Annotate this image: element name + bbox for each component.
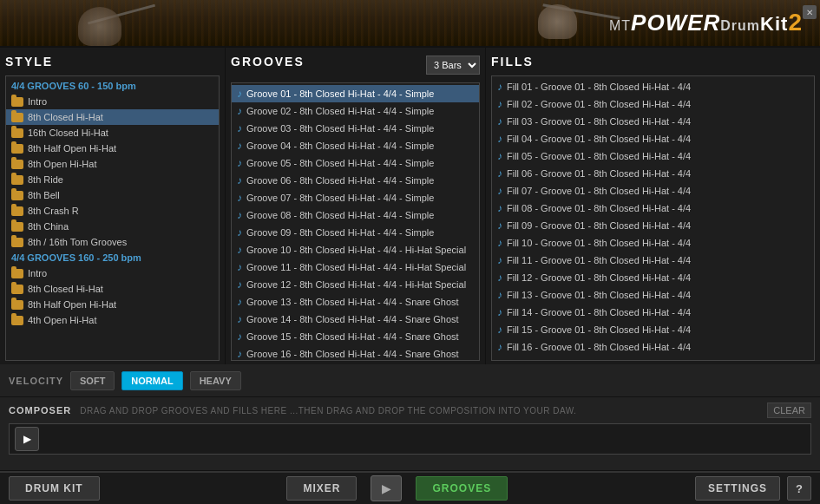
grooves-button[interactable]: GROOVES (416, 476, 508, 501)
fill-label: Fill 14 - Groove 01 - 8th Closed Hi-Hat … (507, 307, 691, 317)
style-group-2: 4/4 GROOVES 160 - 250 bpm (6, 250, 219, 265)
fill-label: Fill 06 - Groove 01 - 8th Closed Hi-Hat … (507, 168, 691, 179)
groove-item-15[interactable]: ♪ Groove 15 - 8th Closed Hi-Hat - 4/4 - … (232, 328, 479, 345)
folder-icon (11, 160, 23, 169)
bottom-left: DRUM KIT (9, 476, 100, 501)
note-icon: ♪ (237, 174, 242, 187)
style-title: STYLE (5, 55, 220, 69)
style-item-8th-china[interactable]: 8th China (6, 219, 219, 234)
groove-item-2[interactable]: ♪ Groove 02 - 8th Closed Hi-Hat - 4/4 - … (232, 102, 479, 120)
style-item-8th-open[interactable]: 8th Open Hi-Hat (6, 156, 219, 172)
fill-item-10[interactable]: ♪ Fill 10 - Groove 01 - 8th Closed Hi-Ha… (492, 234, 814, 252)
fill-item-1[interactable]: ♪ Fill 01 - Groove 01 - 8th Closed Hi-Ha… (492, 78, 814, 95)
style-item-label: 8th Bell (28, 190, 60, 200)
fill-item-8[interactable]: ♪ Fill 08 - Groove 01 - 8th Closed Hi-Ha… (492, 200, 814, 217)
groove-label: Groove 15 - 8th Closed Hi-Hat - 4/4 - Sn… (246, 331, 459, 342)
fill-item-13[interactable]: ♪ Fill 13 - Groove 01 - 8th Closed Hi-Ha… (492, 286, 814, 304)
groove-item-5[interactable]: ♪ Groove 05 - 8th Closed Hi-Hat - 4/4 - … (232, 154, 479, 172)
groove-label: Groove 07 - 8th Closed Hi-Hat - 4/4 - Si… (246, 193, 434, 203)
style-item-4th-open[interactable]: 4th Open Hi-Hat (6, 312, 219, 328)
logo-power: POWER (631, 10, 720, 36)
clear-button[interactable]: CLEAR (767, 403, 811, 418)
velocity-bar: VELOCITY SOFT NORMAL HEAVY (0, 364, 820, 397)
folder-icon (11, 144, 23, 154)
style-item-tom-grooves[interactable]: 8th / 16th Tom Grooves (6, 234, 219, 250)
style-item-label: 8th Half Open Hi-Hat (28, 143, 116, 154)
groove-item-11[interactable]: ♪ Groove 11 - 8th Closed Hi-Hat - 4/4 - … (232, 259, 479, 276)
main-play-button[interactable]: ▶ (371, 475, 402, 501)
style-item-8th-crash[interactable]: 8th Crash R (6, 203, 219, 219)
note-icon: ♪ (497, 289, 502, 301)
top-banner: MTPOWERDrumKit2 ✕ (0, 0, 820, 48)
groove-item-12[interactable]: ♪ Groove 12 - 8th Closed Hi-Hat - 4/4 - … (232, 276, 479, 293)
groove-item-9[interactable]: ♪ Groove 09 - 8th Closed Hi-Hat - 4/4 - … (232, 224, 479, 241)
note-icon: ♪ (497, 133, 502, 145)
bottom-center: MIXER ▶ GROOVES (286, 475, 508, 501)
fill-item-6[interactable]: ♪ Fill 06 - Groove 01 - 8th Closed Hi-Ha… (492, 165, 814, 182)
style-item-8th-bell[interactable]: 8th Bell (6, 187, 219, 203)
folder-icon (11, 97, 23, 107)
folder-icon (11, 128, 23, 138)
fill-item-2[interactable]: ♪ Fill 02 - Groove 01 - 8th Closed Hi-Ha… (492, 95, 814, 113)
groove-item-14[interactable]: ♪ Groove 14 - 8th Closed Hi-Hat - 4/4 - … (232, 311, 479, 328)
grooves-title: GROOVES (231, 55, 305, 69)
note-icon: ♪ (237, 105, 242, 117)
groove-item-6[interactable]: ♪ Groove 06 - 8th Closed Hi-Hat - 4/4 - … (232, 172, 479, 189)
fills-title: FILLS (491, 55, 815, 69)
settings-button[interactable]: SETTINGS (695, 476, 780, 501)
fill-label: Fill 07 - Groove 01 - 8th Closed Hi-Hat … (507, 186, 691, 196)
note-icon: ♪ (237, 261, 242, 273)
fill-label: Fill 05 - Groove 01 - 8th Closed Hi-Hat … (507, 151, 691, 161)
style-item-8th-closed[interactable]: 8th Closed Hi-Hat (6, 109, 219, 125)
drum-kit-button[interactable]: DRUM KIT (9, 476, 100, 501)
groove-label: Groove 01 - 8th Closed Hi-Hat - 4/4 - Si… (246, 88, 434, 99)
style-item-intro-1[interactable]: Intro (6, 94, 219, 109)
groove-label: Groove 16 - 8th Closed Hi-Hat - 4/4 - Sn… (246, 349, 459, 359)
note-icon: ♪ (497, 81, 502, 93)
groove-item-4[interactable]: ♪ Groove 04 - 8th Closed Hi-Hat - 4/4 - … (232, 137, 479, 154)
groove-item-13[interactable]: ♪ Groove 13 - 8th Closed Hi-Hat - 4/4 - … (232, 293, 479, 311)
note-icon: ♪ (497, 150, 502, 162)
style-list[interactable]: 4/4 GROOVES 60 - 150 bpm Intro 8th Close… (5, 75, 220, 361)
groove-item-10[interactable]: ♪ Groove 10 - 8th Closed Hi-Hat - 4/4 - … (232, 241, 479, 259)
bars-select[interactable]: 1 Bar 2 Bars 3 Bars 4 Bars (426, 56, 480, 75)
fill-label: Fill 04 - Groove 01 - 8th Closed Hi-Hat … (507, 134, 691, 144)
velocity-soft-button[interactable]: SOFT (70, 371, 115, 390)
fills-list[interactable]: ♪ Fill 01 - Groove 01 - 8th Closed Hi-Ha… (491, 75, 815, 361)
velocity-heavy-button[interactable]: HEAVY (190, 371, 241, 390)
style-item-8th-ride[interactable]: 8th Ride (6, 172, 219, 187)
fill-item-11[interactable]: ♪ Fill 11 - Groove 01 - 8th Closed Hi-Ha… (492, 252, 814, 269)
fill-item-15[interactable]: ♪ Fill 15 - Groove 01 - 8th Closed Hi-Ha… (492, 321, 814, 338)
groove-item-8[interactable]: ♪ Groove 08 - 8th Closed Hi-Hat - 4/4 - … (232, 206, 479, 224)
groove-item-1[interactable]: ♪ Groove 01 - 8th Closed Hi-Hat - 4/4 - … (232, 85, 479, 102)
close-button[interactable]: ✕ (803, 5, 817, 19)
fill-label: Fill 11 - Groove 01 - 8th Closed Hi-Hat … (507, 255, 691, 265)
style-item-16th-closed[interactable]: 16th Closed Hi-Hat (6, 125, 219, 141)
style-item-intro-2[interactable]: Intro (6, 265, 219, 281)
fill-label: Fill 15 - Groove 01 - 8th Closed Hi-Hat … (507, 324, 691, 335)
fill-item-16[interactable]: ♪ Fill 16 - Groove 01 - 8th Closed Hi-Ha… (492, 338, 814, 356)
fill-item-3[interactable]: ♪ Fill 03 - Groove 01 - 8th Closed Hi-Ha… (492, 113, 814, 130)
style-item-8th-half-open[interactable]: 8th Half Open Hi-Hat (6, 141, 219, 156)
fill-item-4[interactable]: ♪ Fill 04 - Groove 01 - 8th Closed Hi-Ha… (492, 130, 814, 147)
folder-icon (11, 269, 23, 278)
velocity-normal-button[interactable]: NORMAL (121, 371, 182, 390)
fill-item-7[interactable]: ♪ Fill 07 - Groove 01 - 8th Closed Hi-Ha… (492, 182, 814, 200)
help-button[interactable]: ? (787, 476, 811, 501)
groove-label: Groove 13 - 8th Closed Hi-Hat - 4/4 - Sn… (246, 297, 459, 307)
mixer-button[interactable]: MIXER (286, 476, 357, 501)
note-icon: ♪ (237, 140, 242, 152)
fill-item-5[interactable]: ♪ Fill 05 - Groove 01 - 8th Closed Hi-Ha… (492, 147, 814, 165)
panels-row: STYLE 4/4 GROOVES 60 - 150 bpm Intro 8th… (0, 48, 820, 364)
groove-item-3[interactable]: ♪ Groove 03 - 8th Closed Hi-Hat - 4/4 - … (232, 120, 479, 137)
folder-icon (11, 300, 23, 310)
groove-item-16[interactable]: ♪ Groove 16 - 8th Closed Hi-Hat - 4/4 - … (232, 345, 479, 361)
fill-item-12[interactable]: ♪ Fill 12 - Groove 01 - 8th Closed Hi-Ha… (492, 269, 814, 286)
style-item-8th-closed-2[interactable]: 8th Closed Hi-Hat (6, 281, 219, 297)
fill-item-14[interactable]: ♪ Fill 14 - Groove 01 - 8th Closed Hi-Ha… (492, 304, 814, 321)
groove-item-7[interactable]: ♪ Groove 07 - 8th Closed Hi-Hat - 4/4 - … (232, 189, 479, 206)
fill-item-9[interactable]: ♪ Fill 09 - Groove 01 - 8th Closed Hi-Ha… (492, 217, 814, 234)
style-item-8th-half-open-2[interactable]: 8th Half Open Hi-Hat (6, 297, 219, 312)
grooves-list[interactable]: ♪ Groove 01 - 8th Closed Hi-Hat - 4/4 - … (231, 82, 480, 361)
composer-play-button[interactable]: ▶ (15, 427, 39, 451)
